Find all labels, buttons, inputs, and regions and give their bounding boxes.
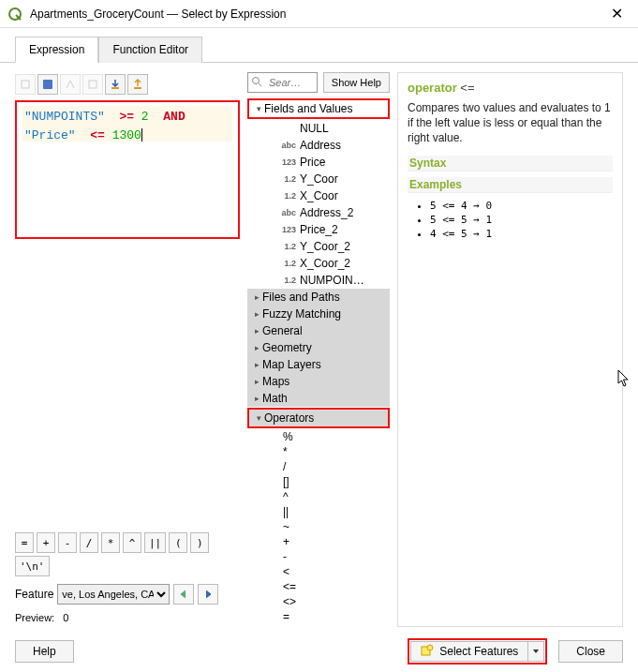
op-pow[interactable]: ^	[123, 532, 141, 553]
tree-field-item[interactable]: 1.2X_Coor_2	[247, 255, 390, 272]
tree-operator-item[interactable]: /	[247, 459, 390, 474]
tree-operator-item[interactable]: *	[247, 444, 390, 459]
help-example-item: 5 <= 4 → 0	[430, 199, 613, 213]
tree-operator-item[interactable]: <=	[247, 579, 390, 594]
tree-operator-item[interactable]: +	[247, 534, 390, 549]
window-close-button[interactable]: ✕	[603, 5, 631, 22]
tree-field-item[interactable]: 123Price_2	[247, 221, 390, 238]
tree-group-files-and-paths[interactable]: ▸Files and Paths	[247, 289, 390, 306]
tree-field-item[interactable]: NULL	[247, 120, 390, 137]
caret-right-icon: ▸	[251, 343, 262, 352]
expression-editor-highlight: "NUMPOINTS" >= 2 AND "Price" <= 1300	[15, 100, 240, 239]
caret-right-icon: ▸	[251, 326, 262, 336]
select-features-icon	[421, 644, 434, 660]
svg-point-6	[427, 645, 433, 650]
tree-group-geometry[interactable]: ▸Geometry	[247, 339, 390, 356]
tree-field-item[interactable]: 123Price	[247, 154, 390, 171]
tab-function-editor[interactable]: Function Editor	[98, 37, 202, 63]
tree-group-map-layers[interactable]: ▸Map Layers	[247, 356, 390, 373]
tree-operator-item[interactable]: ^	[247, 489, 390, 504]
op-concat[interactable]: ||	[144, 532, 166, 553]
help-example-item: 5 <= 5 → 1	[430, 213, 613, 227]
op-minus[interactable]: -	[58, 532, 77, 553]
toolbar-btn-3[interactable]	[60, 74, 81, 95]
tree-operator-item[interactable]: >	[247, 624, 390, 627]
tree-operator-item[interactable]: ||	[247, 504, 390, 519]
caret-right-icon: ▸	[251, 394, 262, 403]
tab-expression[interactable]: Expression	[15, 37, 98, 63]
svg-rect-1	[22, 81, 29, 88]
tree-field-item[interactable]: 1.2X_Coor	[247, 187, 390, 204]
tree-field-item[interactable]: abcAddress_2	[247, 204, 390, 221]
feature-next-button[interactable]	[198, 584, 218, 605]
caret-right-icon: ▸	[251, 292, 262, 302]
help-description: Compares two values and evaluates to 1 i…	[408, 100, 613, 146]
tree-field-item[interactable]: 1.2Y_Coor	[247, 171, 390, 187]
tree-field-item[interactable]: 1.2Y_Coor_2	[247, 238, 390, 255]
tree-field-item[interactable]: 1.2NUMPOIN…	[247, 272, 390, 289]
op-mul[interactable]: *	[101, 532, 120, 553]
tree-group-fields-and-values[interactable]: ▾Fields and Values	[249, 100, 388, 117]
op-newline[interactable]: '\n'	[15, 556, 50, 576]
caret-right-icon: ▸	[251, 360, 262, 369]
expression-editor[interactable]: "NUMPOINTS" >= 2 AND "Price" <= 1300	[22, 106, 232, 142]
close-button[interactable]: Close	[558, 640, 623, 663]
qgis-app-icon	[7, 7, 22, 22]
toolbar-btn-save[interactable]	[37, 74, 58, 95]
caret-right-icon: ▸	[251, 377, 262, 386]
preview-value: 0	[63, 612, 68, 623]
select-features-highlight: Select Features	[408, 638, 547, 665]
search-icon	[251, 76, 262, 87]
tree-operator-item[interactable]: -	[247, 549, 390, 564]
op-rparen[interactable]: )	[190, 532, 209, 553]
feature-select[interactable]: ve, Los Angeles, CA	[57, 584, 170, 605]
help-syntax-header: Syntax	[408, 156, 613, 172]
tree-group-operators[interactable]: ▾Operators	[249, 410, 388, 426]
feature-label: Feature	[15, 588, 53, 601]
tree-group-maps[interactable]: ▸Maps	[247, 373, 390, 390]
tree-field-item[interactable]: abcAddress	[247, 137, 390, 154]
tree-operator-item[interactable]: ~	[247, 519, 390, 534]
svg-rect-2	[43, 80, 52, 89]
window-title: Apartments_GroceryCount — Select by Expr…	[30, 7, 603, 21]
tree-operator-item[interactable]: []	[247, 474, 390, 489]
help-title-label: operator	[408, 81, 457, 95]
tree-operator-item[interactable]: <>	[247, 594, 390, 609]
tree-operator-item[interactable]: %	[247, 429, 390, 444]
help-examples-list: 5 <= 4 → 05 <= 5 → 14 <= 5 → 1	[408, 199, 613, 241]
select-features-button[interactable]: Select Features	[410, 641, 527, 662]
svg-rect-3	[89, 81, 96, 88]
tree-group-math[interactable]: ▸Math	[247, 390, 390, 407]
op-eq[interactable]: =	[15, 532, 34, 553]
svg-point-4	[253, 78, 260, 84]
tree-operator-item[interactable]: <	[247, 564, 390, 579]
tree-operator-item[interactable]: =	[247, 609, 390, 624]
show-help-button[interactable]: Show Help	[323, 72, 390, 93]
op-plus[interactable]: +	[37, 532, 55, 553]
preview-label: Preview:	[15, 612, 54, 623]
help-example-item: 4 <= 5 → 1	[430, 227, 613, 241]
toolbar-btn-import[interactable]	[105, 74, 126, 95]
help-examples-header: Examples	[408, 177, 613, 193]
tree-group-general[interactable]: ▸General	[247, 322, 390, 339]
caret-down-icon: ▾	[253, 104, 264, 113]
help-title-op: <=	[460, 81, 474, 95]
toolbar-btn-4[interactable]	[82, 74, 103, 95]
operator-toolbar: = + - / * ^ || ( ) '\n'	[15, 529, 240, 580]
op-div[interactable]: /	[80, 532, 98, 553]
feature-prev-button[interactable]	[173, 584, 194, 605]
tree-group-fuzzy-matching[interactable]: ▸Fuzzy Matching	[247, 306, 390, 322]
caret-right-icon: ▸	[251, 309, 262, 319]
select-features-dropdown[interactable]	[527, 641, 544, 662]
caret-down-icon: ▾	[253, 413, 264, 423]
function-tree[interactable]: ▾Fields and Values NULLabcAddress123Pric…	[247, 97, 390, 627]
toolbar-btn-1[interactable]	[15, 74, 36, 95]
toolbar-btn-export[interactable]	[127, 74, 148, 95]
help-panel: operator <= Compares two values and eval…	[397, 72, 623, 627]
help-button[interactable]: Help	[15, 640, 74, 663]
op-lparen[interactable]: (	[169, 532, 187, 553]
